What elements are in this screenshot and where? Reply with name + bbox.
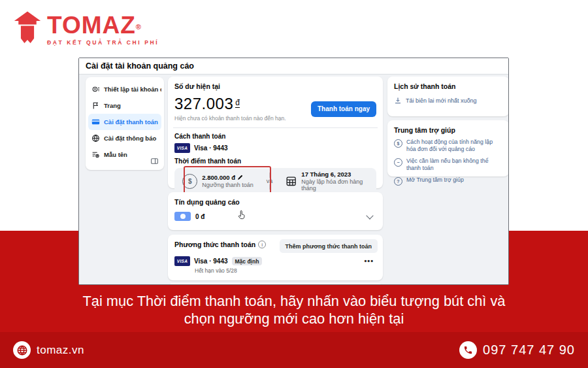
sidebar-item-label: Mẫu tên [104, 151, 127, 158]
payment-way-card: VISA Visa · 9443 [174, 143, 376, 153]
caption-line-1: Tại mục Thời điểm thanh toán, hãy nhấn v… [9, 292, 580, 310]
name-template-icon [91, 150, 100, 159]
help-heading: Trung tâm trợ giúp [394, 126, 502, 134]
ad-credit-badge [174, 212, 191, 221]
gear-coin-icon [91, 85, 100, 93]
billing-time-box: $ 2.800.000 đ Ngưỡng thanh toán [174, 168, 376, 194]
billing-date-group: 17 Tháng 6, 2023 Ngày lập hóa đơn hàng t… [301, 171, 376, 192]
ad-credit-heading: Tín dụng quảng cáo [174, 198, 376, 206]
help-center-card: Trung tâm trợ giúp $ Cách hoạt động của … [387, 120, 509, 176]
balance-card: Số dư hiện tại 327.003đ Hiện chưa có kho… [168, 76, 383, 188]
hand-cursor-icon [237, 209, 246, 221]
card-expiry: Hết hạn vào 5/28 [195, 267, 376, 274]
info-icon[interactable]: i [258, 241, 266, 248]
phone-number: 097 747 47 90 [483, 343, 575, 358]
sidebar-item-label: Cài đặt thanh toán [104, 118, 158, 125]
billing-time-heading: Thời điểm thanh toán [174, 158, 376, 165]
download-receipt-link[interactable]: Tải biên lai mới nhất xuống [394, 97, 502, 105]
payment-methods-card: Phương thức thanh toán i Thêm phương thứ… [168, 235, 383, 280]
footer-bar: tomaz.vn 097 747 47 90 [0, 332, 588, 368]
chevron-down-icon[interactable] [366, 212, 373, 219]
globe-icon [13, 341, 31, 359]
website-label: tomaz.vn [37, 344, 84, 357]
currency-symbol: đ [235, 98, 240, 108]
sidebar-item-notification-settings[interactable]: Cài đặt thông báo [88, 130, 161, 146]
spending-limit-card-partial: Giới hạn chi tiêu cho tài khoản [168, 283, 383, 285]
coin-icon [180, 214, 186, 219]
card-number-label: Visa · 9443 [194, 144, 228, 152]
collapse-sidebar-icon[interactable] [150, 157, 159, 165]
phone-icon [459, 341, 477, 359]
sidebar-item-label: Cài đặt thông báo [104, 135, 156, 142]
card-number-label: Visa · 9443 [194, 258, 228, 265]
sidebar-item-account-setup[interactable]: Thiết lập tài khoản q... [88, 81, 161, 97]
payment-way-heading: Cách thanh toán [174, 133, 376, 140]
billing-date-label: Ngày lập hóa đơn hàng tháng [301, 178, 376, 192]
history-heading: Lịch sử thanh toán [394, 82, 502, 90]
payment-threshold[interactable]: $ 2.800.000 đ Ngưỡng thanh toán [174, 174, 261, 189]
billing-date: 17 Tháng 6, 2023 [301, 171, 376, 178]
globe-icon [91, 134, 100, 142]
tutorial-caption: Tại mục Thời điểm thanh toán, hãy nhấn v… [9, 292, 580, 327]
ad-credit-card[interactable]: Tín dụng quảng cáo 0 đ [168, 192, 383, 230]
payment-method-row: VISA Visa · 9443 Mặc định [174, 256, 376, 266]
settings-sidebar: Thiết lập tài khoản q... Trang Cài đặt t… [86, 77, 164, 170]
billing-calendar-icon [286, 175, 297, 187]
more-options-icon[interactable]: ••• [364, 257, 374, 265]
sidebar-item-payment-settings[interactable]: Cài đặt thanh toán [88, 114, 161, 130]
tomaz-house-icon [13, 10, 42, 47]
sidebar-item-pages[interactable]: Trang [88, 97, 161, 114]
threshold-label: Ngưỡng thanh toán [202, 182, 253, 188]
minus-circle-icon: − [394, 158, 402, 167]
and-separator: và [261, 173, 278, 190]
billing-help-icon: $ [394, 139, 402, 148]
caption-line-2: chọn ngưỡng mới cao hơn hiện tại [9, 310, 580, 327]
visa-logo: VISA [174, 256, 190, 266]
pay-now-button[interactable]: Thanh toán ngay [311, 101, 376, 117]
add-payment-method-button[interactable]: Thêm phương thức thanh toán [280, 239, 378, 253]
edit-pencil-icon[interactable] [237, 175, 243, 180]
credit-card-icon [91, 118, 100, 126]
payment-methods-heading: Phương thức thanh toán [174, 241, 255, 248]
ad-credit-amount: 0 đ [195, 213, 204, 220]
default-badge: Mặc định [232, 257, 263, 265]
flag-icon [91, 101, 100, 110]
threshold-amount: 2.800.000 đ [202, 174, 235, 181]
footer-website[interactable]: tomaz.vn [13, 341, 84, 359]
ad-credit-row: 0 đ [174, 212, 376, 221]
ads-settings-screenshot: Cài đặt tài khoản quảng cáo Thiết lập tà… [78, 58, 509, 285]
screenshot-body: Thiết lập tài khoản q... Trang Cài đặt t… [79, 75, 508, 284]
dollar-circle-icon: $ [182, 174, 197, 189]
sidebar-item-label: Trang [104, 102, 121, 109]
help-link-open-help-center[interactable]: ? Mở Trung tâm trợ giúp [394, 176, 502, 186]
help-link-cant-pay[interactable]: − Việc cần làm nếu bạn không thể thanh t… [394, 158, 502, 172]
footer-phone[interactable]: 097 747 47 90 [459, 341, 575, 359]
tomaz-logo: TOMAZ® ĐẠT KẾT QUẢ TRẢ CHI PHÍ [13, 10, 159, 47]
registered-mark: ® [136, 23, 141, 31]
balance-heading: Số dư hiện tại [174, 82, 376, 90]
brand-name: TOMAZ [47, 12, 136, 39]
payment-history-card: Lịch sử thanh toán Tải biên lai mới nhất… [387, 76, 509, 116]
question-circle-icon: ? [394, 177, 402, 186]
visa-logo: VISA [174, 143, 190, 153]
brand-tagline: ĐẠT KẾT QUẢ TRẢ CHI PHÍ [47, 39, 159, 46]
help-link-billing[interactable]: $ Cách hoạt động của tính năng lập hóa đ… [394, 139, 502, 153]
sidebar-item-label: Thiết lập tài khoản q... [104, 86, 161, 93]
download-icon [394, 97, 402, 105]
page: TOMAZ® ĐẠT KẾT QUẢ TRẢ CHI PHÍ Cài đặt t… [0, 0, 588, 368]
divider [173, 127, 378, 128]
screenshot-title: Cài đặt tài khoản quảng cáo [79, 58, 508, 75]
